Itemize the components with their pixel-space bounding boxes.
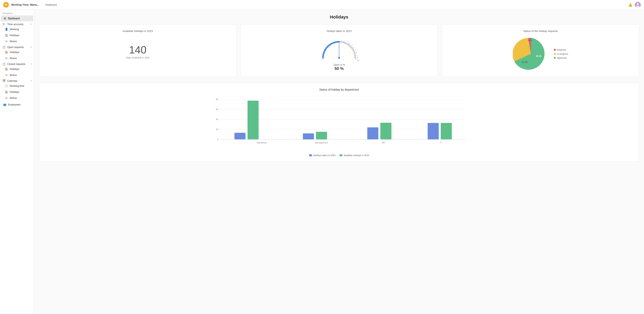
pie-container: 68.2% 27.3% 4.5% Rejected In progress [447,36,634,72]
svg-line-12 [355,59,357,59]
open-requests-chevron: ▾ [30,46,32,48]
gauge-svg: 0 1 2 3 4 5 6 7 8 9 10 [319,36,359,62]
svg-text:1: 1 [324,52,326,54]
sidebar-item-holidays-ta[interactable]: 🏠 Holidays [2,32,33,38]
bar-hr-taken [367,127,378,140]
sidebar-section-closed-requests[interactable]: 📋 Closed requests ▾ [0,61,34,66]
sidebar-item-employees[interactable]: 👥 Employees [1,102,33,108]
svg-text:80: 80 [216,98,218,100]
sidebar-item-illness-ta[interactable]: ⚖ Illness [2,38,33,44]
svg-text:8: 8 [356,51,357,53]
available-holidays-widget: Available holidays in 2023 140 days avai… [39,24,236,77]
bell-icon[interactable]: 🔔 [628,3,632,7]
in-progress-label: In progress [557,53,568,55]
approved-dot [554,57,556,59]
svg-text:60: 60 [216,108,218,111]
working-label: Working [10,28,19,31]
bar-chart-area: 80 60 40 20 0 Marketing Management [44,95,634,152]
time-accounts-icon: 🗓 [2,23,6,26]
bar-marketing-taken [234,133,246,140]
sidebar-item-illness-or[interactable]: ⚖ Illness [2,55,33,61]
pie-legend: Rejected In progress Approved [554,49,568,59]
holidays-cal-icon: 🏠 [5,90,8,93]
sidebar-item-holidays-cr[interactable]: 🏠 Holidays [2,66,33,72]
svg-text:Marketing: Marketing [257,142,266,144]
sidebar-section-open-requests[interactable]: 📋 Open requests ▾ [0,44,34,49]
topbar-right: 🔔 [628,2,641,8]
svg-line-9 [352,45,352,46]
svg-text:0: 0 [322,59,322,61]
svg-text:4: 4 [338,41,340,43]
sidebar-item-holidays-or[interactable]: 🏠 Holidays [2,49,33,55]
calendar-icon: 📅 [2,79,6,82]
svg-text:4.5%: 4.5% [528,39,532,41]
nav-label: Navigation [0,10,34,15]
holidays-ta-label: Holidays [10,34,19,37]
legend-available: Available holidays in 2023 [340,154,369,157]
sidebar-section-time-accounts[interactable]: 🗓 Time accounts ▾ [0,21,34,26]
topbar: W Working Time: Mana... Dasboard 🔔 [0,0,644,10]
avatar[interactable] [635,2,641,8]
holidays-taken-title: Holiays taken in 2023 [246,29,433,32]
working-time-icon: 🕐 [5,84,8,87]
illness-or-label: Illness [10,57,17,60]
svg-text:7: 7 [352,47,354,49]
svg-text:IT: IT [440,142,442,144]
svg-text:6: 6 [348,43,350,45]
svg-text:40: 40 [216,118,218,121]
sidebar-section-calendar[interactable]: 📅 Calendar ▾ [0,78,34,83]
sidebar-dashboard-label: Dasboard [8,17,20,20]
sidebar: Navigation ⊞ Dasboard 🗓 Time accounts ▾ … [0,10,34,314]
legend-in-progress: In progress [554,53,568,55]
holidays-cal-label: Holidays [10,91,19,93]
sidebar-item-illness-cr[interactable]: ⚖ Illness [2,72,33,78]
app-logo: W [3,2,9,8]
open-requests-icon: 📋 [2,46,6,49]
employees-label: Employees [8,103,20,106]
sidebar-item-working-time[interactable]: 🕐 Working time [2,83,33,89]
svg-text:5: 5 [344,41,344,43]
sidebar-item-holidays-cal[interactable]: 🏠 Holidays [2,89,33,95]
sidebar-item-dashboard[interactable]: ⊞ Dasboard [1,15,33,21]
bar-chart-title: Status of holiday by department [44,88,634,91]
bar-marketing-available [248,101,258,140]
bar-chart-svg: 80 60 40 20 0 Marketing Management [44,95,634,152]
available-holidays-title: Available holidays in 2023 [44,29,232,32]
svg-text:68.2%: 68.2% [536,55,542,57]
bar-it-taken [428,123,439,140]
in-progress-dot [554,53,556,55]
svg-text:27.3%: 27.3% [522,61,528,63]
bar-it-available [441,123,452,140]
sidebar-item-working[interactable]: 👤 Working [2,26,33,32]
illness-cal-icon: ⚖ [5,96,8,99]
illness-cal-label: Illness [10,97,17,99]
breadcrumb: Dasboard [45,3,56,6]
svg-line-10 [355,49,356,50]
page-title: Holidays [39,14,639,20]
topbar-left: W Working Time: Mana... Dasboard [3,2,57,8]
main-content: Holidays Available holidays in 2023 140 … [34,10,644,314]
legend-taken: Holidays taken in 2023 [309,154,336,157]
svg-text:Management: Management [315,142,328,144]
open-requests-label: Open requests [7,46,24,49]
available-days-number: 140 [129,45,146,55]
svg-point-25 [338,57,340,59]
holidays-or-label: Holidays [10,51,19,54]
closed-requests-chevron: ▾ [30,63,32,65]
bar-hr-available [380,123,392,140]
closed-requests-label: Closed requests [7,63,25,65]
taken-color [309,154,312,156]
legend-taken-label: Holidays taken in 2023 [313,154,336,157]
sidebar-item-illness-cal[interactable]: ⚖ Illness [2,95,33,101]
holidays-taken-widget: Holiays taken in 2023 [240,24,438,77]
widgets-row: Available holidays in 2023 140 days avai… [39,24,639,77]
calendar-chevron: ▾ [30,80,32,82]
status-requests-widget: Status of the holiday requests [442,24,639,77]
svg-text:20: 20 [216,128,218,131]
employees-icon: 👥 [3,103,6,106]
time-accounts-chevron: ▾ [30,23,32,25]
working-time-label: Working time [10,85,24,87]
available-days-sub: days available in total [126,56,149,59]
svg-line-8 [347,42,348,42]
time-accounts-sub: 👤 Working 🏠 Holidays ⚖ Illness [0,26,34,44]
